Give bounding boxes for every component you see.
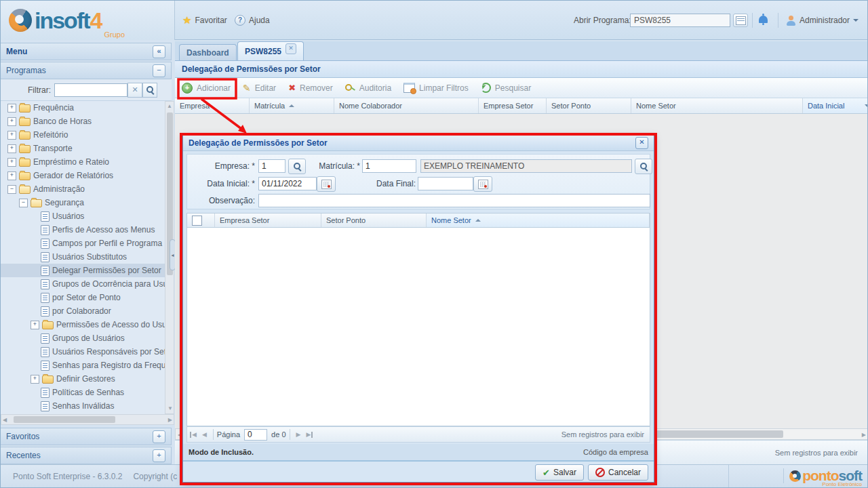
data-inicial-input[interactable] bbox=[258, 177, 317, 190]
tree-item-permissoes-de-acesso-do-usuario[interactable]: +Permissões de Acesso do Usuário bbox=[1, 318, 165, 331]
tree-item-refeitorio[interactable]: +Refeitório bbox=[1, 128, 165, 142]
expand-node-icon[interactable]: + bbox=[7, 104, 16, 113]
column-header-empresa-setor[interactable]: Empresa Setor bbox=[479, 98, 547, 113]
tree-hscrollbar[interactable]: ◀ ▶ bbox=[1, 414, 174, 425]
collapse-sidebar-button[interactable]: « bbox=[153, 45, 165, 58]
cancelar-button[interactable]: Cancelar bbox=[588, 464, 648, 481]
next-page-icon[interactable]: ▶ bbox=[294, 431, 304, 438]
expand-panel-icon[interactable]: + bbox=[153, 430, 165, 443]
select-all-cell[interactable] bbox=[187, 214, 215, 227]
scroll-left-icon[interactable]: ◀ bbox=[178, 430, 182, 440]
favoritos-panel-header[interactable]: Favoritos + bbox=[1, 428, 172, 445]
modal-column-header-empresa-setor[interactable]: Empresa Setor bbox=[215, 214, 321, 227]
expand-node-icon[interactable]: + bbox=[7, 131, 16, 140]
auditoria-button[interactable]: Auditoria bbox=[345, 83, 391, 93]
search-filter-button[interactable] bbox=[142, 83, 157, 98]
user-menu[interactable]: Administrador bbox=[786, 12, 859, 28]
modal-column-header-nome-setor[interactable]: Nome Setor bbox=[427, 214, 650, 227]
tree-item-seguranca[interactable]: −Segurança bbox=[1, 196, 165, 209]
close-icon[interactable]: ✕ bbox=[635, 137, 648, 149]
tree-item-grupos-de-usuarios[interactable]: Grupos de Usuários bbox=[1, 331, 165, 345]
expand-node-icon[interactable]: + bbox=[31, 321, 39, 329]
matricula-lookup-button[interactable] bbox=[635, 159, 652, 174]
limpar-filtros-button[interactable]: Limpar Filtros bbox=[403, 83, 469, 93]
adicionar-button[interactable]: +Adicionar bbox=[182, 83, 231, 94]
tree-item-politicas-de-senhas[interactable]: Políticas de Senhas bbox=[1, 386, 165, 399]
last-page-icon[interactable]: ▶ bbox=[303, 431, 315, 438]
pesquisar-button[interactable]: Pesquisar bbox=[481, 83, 531, 93]
column-header-nome-setor[interactable]: Nome Setor bbox=[631, 98, 803, 113]
tree-item-usuarios-substitutos[interactable]: Usuários Substitutos bbox=[1, 250, 165, 264]
scroll-left-icon[interactable]: ◀ bbox=[3, 415, 7, 425]
prev-page-icon[interactable]: ◀ bbox=[199, 431, 210, 438]
tree-item-campos-por-perfil-e-programa[interactable]: Campos por Perfil e Programa bbox=[1, 237, 165, 250]
tree-item-definir-gestores[interactable]: +Definir Gestores bbox=[1, 372, 165, 386]
program-icon bbox=[41, 306, 50, 317]
column-header-data-inicial[interactable]: Data Inicial bbox=[803, 98, 868, 113]
expand-node-icon[interactable]: + bbox=[7, 144, 16, 153]
filter-input[interactable] bbox=[54, 83, 127, 97]
column-header-empresa[interactable]: Empresa bbox=[175, 98, 250, 113]
expand-node-icon[interactable]: + bbox=[7, 117, 16, 126]
tree-item-label: Campos por Perfil e Programa bbox=[52, 239, 162, 248]
tab-dashboard[interactable]: Dashboard bbox=[179, 44, 237, 60]
open-program-button[interactable] bbox=[733, 14, 748, 27]
clear-filter-button[interactable]: ✕ bbox=[127, 83, 142, 98]
data-final-input[interactable] bbox=[418, 177, 473, 190]
tree-item-senhas-invalidas[interactable]: Senhas Inválidas bbox=[1, 399, 165, 413]
tree-item-por-setor-de-ponto[interactable]: por Setor de Ponto bbox=[1, 291, 165, 304]
observacao-input[interactable] bbox=[258, 194, 650, 207]
expand-node-icon[interactable]: + bbox=[7, 158, 16, 167]
favoritar-button[interactable]: ★ Favoritar bbox=[182, 12, 227, 28]
matricula-input[interactable] bbox=[362, 159, 416, 173]
expand-node-icon[interactable]: + bbox=[7, 171, 16, 180]
tree-hscroll-thumb[interactable] bbox=[14, 416, 115, 423]
checkbox-icon[interactable] bbox=[192, 216, 202, 226]
remove-icon: ✖ bbox=[288, 83, 296, 93]
page-input[interactable] bbox=[244, 429, 267, 441]
tree-item-usuarios[interactable]: Usuários bbox=[1, 209, 165, 223]
tree-item-por-colaborador[interactable]: por Colaborador bbox=[1, 304, 165, 318]
modal-column-header-setor-ponto[interactable]: Setor Ponto bbox=[321, 214, 427, 227]
tree-item-usuarios-responsaveis-por-setore[interactable]: Usuários Responsáveis por Setore bbox=[1, 345, 165, 359]
column-header-matricula[interactable]: Matrícula bbox=[250, 98, 334, 113]
column-menu-icon[interactable] bbox=[865, 104, 868, 107]
collapse-node-icon[interactable]: − bbox=[19, 199, 28, 207]
expand-panel-icon[interactable]: + bbox=[153, 449, 165, 462]
scroll-down-icon[interactable]: ▼ bbox=[165, 404, 175, 413]
tab-psw8255[interactable]: PSW8255 ✕ bbox=[237, 41, 304, 60]
tree-item-transporte[interactable]: +Transporte bbox=[1, 142, 165, 155]
scroll-right-icon[interactable]: ▶ bbox=[862, 430, 866, 440]
tree-item-delegar-permissoes-por-setor[interactable]: Delegar Permissões por Setor bbox=[1, 264, 165, 277]
close-tab-icon[interactable]: ✕ bbox=[285, 43, 296, 54]
scroll-right-icon[interactable]: ▶ bbox=[168, 415, 172, 425]
tree-item-banco-de-horas[interactable]: +Banco de Horas bbox=[1, 115, 165, 128]
notifications-button[interactable] bbox=[759, 16, 768, 24]
salvar-button[interactable]: ✔ Salvar bbox=[535, 464, 584, 481]
tree-item-grupos-de-ocorrencia-para-usuari[interactable]: Grupos de Ocorrência para Usuári bbox=[1, 277, 165, 291]
tree-item-perfis-de-acesso-aos-menus[interactable]: Perfis de Acesso aos Menus bbox=[1, 223, 165, 237]
remover-button[interactable]: ✖Remover bbox=[288, 83, 333, 93]
recentes-panel-header[interactable]: Recentes + bbox=[1, 447, 172, 464]
editar-button[interactable]: ✎Editar bbox=[243, 83, 276, 94]
abrir-programa-input[interactable] bbox=[630, 14, 730, 27]
empresa-input[interactable] bbox=[258, 159, 285, 173]
tree-item-administracao[interactable]: −Administração bbox=[1, 182, 165, 196]
first-page-icon[interactable]: ◀ bbox=[187, 431, 199, 438]
search-icon bbox=[639, 162, 648, 171]
ajuda-button[interactable]: ? Ajuda bbox=[235, 12, 270, 28]
collapse-panel-icon[interactable]: − bbox=[153, 64, 165, 77]
tree-item-label: por Colaborador bbox=[52, 306, 111, 316]
data-final-calendar-button[interactable] bbox=[473, 176, 492, 192]
tree-item-emprestimo-e-rateio[interactable]: +Empréstimo e Rateio bbox=[1, 155, 165, 169]
tree-item-frequencia[interactable]: +Frequência bbox=[1, 101, 165, 115]
data-inicial-calendar-button[interactable] bbox=[317, 176, 336, 192]
tree-item-gerador-de-relatorios[interactable]: +Gerador de Relatórios bbox=[1, 169, 165, 182]
tree-item-senhas-para-registro-da-frequenc[interactable]: Senhas para Registro da Frequênc bbox=[1, 359, 165, 372]
column-header-nome-colaborador[interactable]: Nome Colaborador bbox=[334, 98, 479, 113]
collapse-node-icon[interactable]: − bbox=[7, 185, 16, 194]
scroll-up-icon[interactable]: ▲ bbox=[165, 102, 174, 111]
expand-node-icon[interactable]: + bbox=[31, 375, 39, 384]
column-header-setor-ponto[interactable]: Setor Ponto bbox=[547, 98, 631, 113]
programas-panel-header[interactable]: Programas − bbox=[1, 62, 172, 79]
